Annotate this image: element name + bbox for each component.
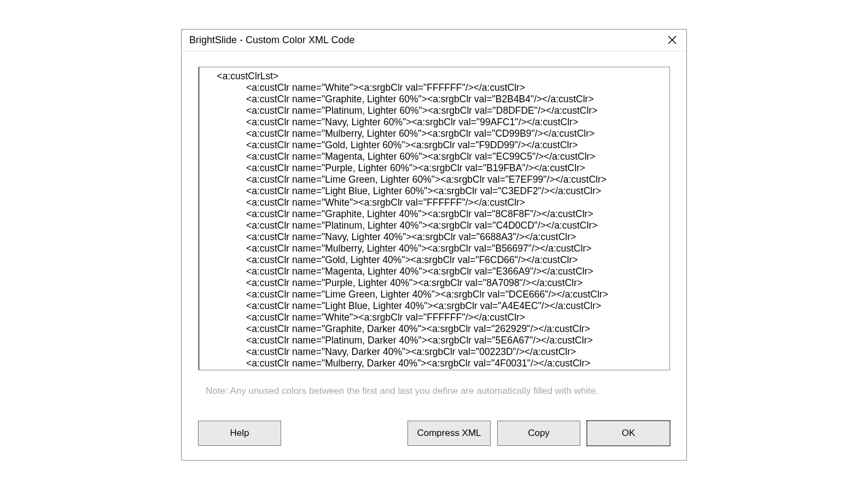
titlebar: BrightSlide - Custom Color XML Code (182, 30, 686, 51)
window-title: BrightSlide - Custom Color XML Code (189, 34, 354, 46)
xml-code-textarea[interactable] (198, 67, 670, 370)
content-area: Note: Any unused colors between the firs… (182, 51, 686, 460)
close-icon (668, 36, 677, 44)
close-button[interactable] (666, 33, 679, 46)
button-row: Help Compress XML Copy OK (198, 421, 670, 446)
help-button[interactable]: Help (198, 421, 281, 446)
compress-xml-button[interactable]: Compress XML (407, 421, 491, 446)
ok-button[interactable]: OK (587, 421, 670, 446)
copy-button[interactable]: Copy (497, 421, 580, 446)
spacer (288, 421, 401, 446)
note-text: Note: Any unused colors between the firs… (198, 386, 670, 397)
dialog-window: BrightSlide - Custom Color XML Code Note… (181, 29, 687, 461)
